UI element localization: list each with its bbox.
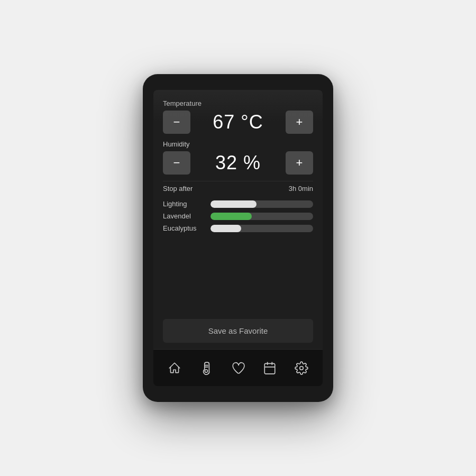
- calendar-icon: [263, 361, 277, 375]
- lavendel-fill: [210, 213, 252, 220]
- home-icon: [168, 361, 181, 375]
- temperature-increase-button[interactable]: +: [286, 111, 313, 134]
- temperature-label: Temperature: [163, 99, 313, 107]
- svg-point-0: [205, 369, 207, 372]
- humidity-increase-button[interactable]: +: [286, 151, 313, 175]
- lavendel-row: Lavendel: [163, 212, 313, 220]
- save-favorite-button[interactable]: Save as Favorite: [163, 319, 313, 343]
- lavendel-label: Lavendel: [163, 212, 210, 220]
- stop-after-value: 3h 0min: [289, 185, 313, 193]
- humidity-decrease-button[interactable]: −: [163, 151, 190, 175]
- thermometer-icon: [199, 361, 213, 375]
- temperature-decrease-button[interactable]: −: [163, 111, 190, 134]
- temperature-value: 67 °C: [213, 111, 263, 133]
- nav-favorites[interactable]: [227, 358, 249, 379]
- stop-after-label: Stop after: [163, 185, 193, 193]
- lighting-row: Lighting: [163, 200, 313, 208]
- screen: Temperature − 67 °C + Humidity − 32 % + …: [153, 90, 323, 386]
- temperature-section: Temperature − 67 °C +: [163, 99, 313, 140]
- temperature-control-row: − 67 °C +: [163, 111, 313, 134]
- humidity-section: Humidity − 32 % +: [163, 140, 313, 181]
- content-area: Temperature − 67 °C + Humidity − 32 % + …: [153, 90, 323, 314]
- eucalyptus-row: Eucalyptus: [163, 224, 313, 232]
- nav-settings[interactable]: [291, 358, 312, 379]
- svg-point-8: [300, 366, 304, 370]
- humidity-label: Humidity: [163, 140, 313, 148]
- nav-temperature[interactable]: [196, 358, 217, 379]
- eucalyptus-label: Eucalyptus: [163, 224, 210, 232]
- gear-icon: [295, 361, 308, 375]
- bottom-nav: [153, 349, 323, 386]
- humidity-value: 32 %: [215, 152, 261, 174]
- svg-rect-4: [264, 363, 275, 374]
- save-wrapper: Save as Favorite: [153, 314, 323, 349]
- nav-schedule[interactable]: [259, 358, 280, 379]
- sliders-section: Lighting Lavendel Eucalyptus: [163, 200, 313, 240]
- stop-after-row: Stop after 3h 0min: [163, 181, 313, 200]
- heart-icon: [231, 361, 245, 375]
- lighting-label: Lighting: [163, 200, 210, 208]
- nav-home[interactable]: [164, 358, 185, 379]
- humidity-control-row: − 32 % +: [163, 151, 313, 175]
- lighting-slider[interactable]: [210, 200, 313, 208]
- eucalyptus-slider[interactable]: [210, 225, 313, 232]
- lavendel-slider[interactable]: [210, 213, 313, 220]
- device-shell: Temperature − 67 °C + Humidity − 32 % + …: [143, 74, 333, 402]
- eucalyptus-fill: [210, 225, 241, 232]
- lighting-fill: [210, 200, 257, 208]
